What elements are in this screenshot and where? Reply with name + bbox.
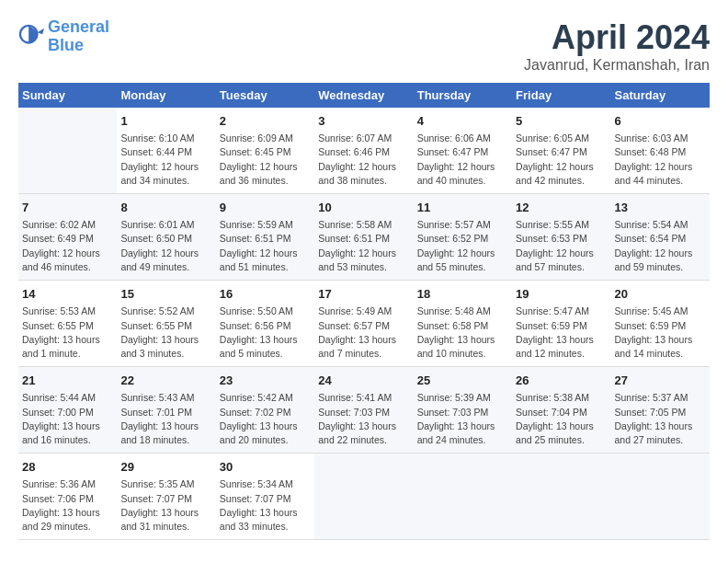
day-info: Sunrise: 5:47 AM Sunset: 6:59 PM Dayligh… xyxy=(516,304,607,361)
calendar-cell: 6Sunrise: 6:03 AM Sunset: 6:48 PM Daylig… xyxy=(611,108,710,194)
calendar-header-row: SundayMondayTuesdayWednesdayThursdayFrid… xyxy=(18,83,710,108)
calendar-cell: 2Sunrise: 6:09 AM Sunset: 6:45 PM Daylig… xyxy=(216,108,314,194)
calendar-cell: 16Sunrise: 5:50 AM Sunset: 6:56 PM Dayli… xyxy=(216,281,314,367)
day-info: Sunrise: 5:41 AM Sunset: 7:03 PM Dayligh… xyxy=(318,391,409,447)
day-info: Sunrise: 6:07 AM Sunset: 6:46 PM Dayligh… xyxy=(318,132,409,188)
calendar-cell: 1Sunrise: 6:10 AM Sunset: 6:44 PM Daylig… xyxy=(117,108,215,194)
day-info: Sunrise: 5:55 AM Sunset: 6:53 PM Dayligh… xyxy=(516,218,607,274)
day-info: Sunrise: 5:58 AM Sunset: 6:51 PM Dayligh… xyxy=(318,218,409,274)
logo-text: General Blue xyxy=(48,18,109,55)
calendar-cell: 11Sunrise: 5:57 AM Sunset: 6:52 PM Dayli… xyxy=(414,194,512,281)
calendar-cell: 27Sunrise: 5:37 AM Sunset: 7:05 PM Dayli… xyxy=(611,367,710,454)
header-cell-sunday: Sunday xyxy=(18,83,117,108)
header-cell-thursday: Thursday xyxy=(414,83,512,108)
day-number: 7 xyxy=(22,200,113,216)
day-info: Sunrise: 5:45 AM Sunset: 6:59 PM Dayligh… xyxy=(615,304,706,361)
day-number: 14 xyxy=(22,286,113,303)
day-number: 28 xyxy=(22,459,113,476)
logo-icon xyxy=(18,24,44,50)
day-number: 25 xyxy=(417,373,508,389)
calendar-week-row: 14Sunrise: 5:53 AM Sunset: 6:55 PM Dayli… xyxy=(18,281,710,367)
calendar-cell: 29Sunrise: 5:35 AM Sunset: 7:07 PM Dayli… xyxy=(117,454,215,540)
day-number: 27 xyxy=(615,373,706,389)
day-info: Sunrise: 6:05 AM Sunset: 6:47 PM Dayligh… xyxy=(516,132,607,188)
logo-line1: General xyxy=(48,17,109,36)
day-number: 21 xyxy=(22,373,113,389)
calendar-table: SundayMondayTuesdayWednesdayThursdayFrid… xyxy=(18,83,710,540)
day-info: Sunrise: 5:53 AM Sunset: 6:55 PM Dayligh… xyxy=(22,304,113,361)
calendar-cell: 14Sunrise: 5:53 AM Sunset: 6:55 PM Dayli… xyxy=(18,281,117,367)
day-number: 18 xyxy=(417,286,508,303)
calendar-cell: 21Sunrise: 5:44 AM Sunset: 7:00 PM Dayli… xyxy=(18,367,117,454)
day-number: 24 xyxy=(318,373,409,389)
day-number: 3 xyxy=(318,113,409,130)
logo: General Blue xyxy=(18,18,109,55)
month-title: April 2024 xyxy=(524,18,710,57)
calendar-cell: 13Sunrise: 5:54 AM Sunset: 6:54 PM Dayli… xyxy=(611,194,710,281)
calendar-cell xyxy=(414,454,512,540)
day-number: 15 xyxy=(120,286,211,303)
day-info: Sunrise: 5:37 AM Sunset: 7:05 PM Dayligh… xyxy=(615,391,706,447)
day-number: 2 xyxy=(220,113,311,130)
calendar-cell: 18Sunrise: 5:48 AM Sunset: 6:58 PM Dayli… xyxy=(414,281,512,367)
day-info: Sunrise: 5:39 AM Sunset: 7:03 PM Dayligh… xyxy=(417,391,508,447)
day-info: Sunrise: 6:01 AM Sunset: 6:50 PM Dayligh… xyxy=(120,218,211,274)
location: Javanrud, Kermanshah, Iran xyxy=(524,57,710,74)
header-cell-tuesday: Tuesday xyxy=(216,83,314,108)
day-info: Sunrise: 5:34 AM Sunset: 7:07 PM Dayligh… xyxy=(220,477,311,534)
calendar-cell: 9Sunrise: 5:59 AM Sunset: 6:51 PM Daylig… xyxy=(216,194,314,281)
day-number: 8 xyxy=(120,200,211,216)
day-number: 16 xyxy=(220,286,311,303)
calendar-cell: 7Sunrise: 6:02 AM Sunset: 6:49 PM Daylig… xyxy=(18,194,117,281)
day-info: Sunrise: 5:35 AM Sunset: 7:07 PM Dayligh… xyxy=(120,477,211,534)
day-info: Sunrise: 5:48 AM Sunset: 6:58 PM Dayligh… xyxy=(417,304,508,361)
day-info: Sunrise: 5:44 AM Sunset: 7:00 PM Dayligh… xyxy=(22,391,113,447)
day-info: Sunrise: 5:50 AM Sunset: 6:56 PM Dayligh… xyxy=(220,304,311,361)
day-number: 4 xyxy=(417,113,508,130)
day-info: Sunrise: 5:43 AM Sunset: 7:01 PM Dayligh… xyxy=(120,391,211,447)
day-number: 20 xyxy=(615,286,706,303)
day-number: 9 xyxy=(220,200,311,216)
day-info: Sunrise: 6:10 AM Sunset: 6:44 PM Dayligh… xyxy=(120,132,211,188)
calendar-cell xyxy=(314,454,413,540)
calendar-week-row: 7Sunrise: 6:02 AM Sunset: 6:49 PM Daylig… xyxy=(18,194,710,281)
day-info: Sunrise: 5:49 AM Sunset: 6:57 PM Dayligh… xyxy=(318,304,409,361)
calendar-cell: 26Sunrise: 5:38 AM Sunset: 7:04 PM Dayli… xyxy=(512,367,610,454)
calendar-cell: 20Sunrise: 5:45 AM Sunset: 6:59 PM Dayli… xyxy=(611,281,710,367)
day-number: 13 xyxy=(615,200,706,216)
calendar-cell: 12Sunrise: 5:55 AM Sunset: 6:53 PM Dayli… xyxy=(512,194,610,281)
day-number: 23 xyxy=(220,373,311,389)
calendar-cell: 10Sunrise: 5:58 AM Sunset: 6:51 PM Dayli… xyxy=(314,194,413,281)
calendar-cell: 25Sunrise: 5:39 AM Sunset: 7:03 PM Dayli… xyxy=(414,367,512,454)
calendar-cell: 19Sunrise: 5:47 AM Sunset: 6:59 PM Dayli… xyxy=(512,281,610,367)
day-info: Sunrise: 5:38 AM Sunset: 7:04 PM Dayligh… xyxy=(516,391,607,447)
day-number: 6 xyxy=(615,113,706,130)
calendar-cell: 17Sunrise: 5:49 AM Sunset: 6:57 PM Dayli… xyxy=(314,281,413,367)
calendar-cell xyxy=(18,108,117,194)
day-info: Sunrise: 6:09 AM Sunset: 6:45 PM Dayligh… xyxy=(220,132,311,188)
header-cell-friday: Friday xyxy=(512,83,610,108)
day-number: 29 xyxy=(120,459,211,476)
calendar-cell: 15Sunrise: 5:52 AM Sunset: 6:55 PM Dayli… xyxy=(117,281,215,367)
day-number: 30 xyxy=(220,459,311,476)
day-info: Sunrise: 6:06 AM Sunset: 6:47 PM Dayligh… xyxy=(417,132,508,188)
calendar-week-row: 28Sunrise: 5:36 AM Sunset: 7:06 PM Dayli… xyxy=(18,454,710,540)
day-number: 5 xyxy=(516,113,607,130)
day-number: 10 xyxy=(318,200,409,216)
day-info: Sunrise: 5:42 AM Sunset: 7:02 PM Dayligh… xyxy=(220,391,311,447)
day-info: Sunrise: 6:02 AM Sunset: 6:49 PM Dayligh… xyxy=(22,218,113,274)
day-info: Sunrise: 5:57 AM Sunset: 6:52 PM Dayligh… xyxy=(417,218,508,274)
header-cell-monday: Monday xyxy=(117,83,215,108)
calendar-week-row: 1Sunrise: 6:10 AM Sunset: 6:44 PM Daylig… xyxy=(18,108,710,194)
day-info: Sunrise: 5:54 AM Sunset: 6:54 PM Dayligh… xyxy=(615,218,706,274)
day-info: Sunrise: 6:03 AM Sunset: 6:48 PM Dayligh… xyxy=(615,132,706,188)
calendar-cell xyxy=(611,454,710,540)
header-cell-saturday: Saturday xyxy=(611,83,710,108)
logo-line2: Blue xyxy=(48,36,84,54)
calendar-cell: 8Sunrise: 6:01 AM Sunset: 6:50 PM Daylig… xyxy=(117,194,215,281)
day-number: 1 xyxy=(120,113,211,130)
day-number: 12 xyxy=(516,200,607,216)
calendar-cell: 24Sunrise: 5:41 AM Sunset: 7:03 PM Dayli… xyxy=(314,367,413,454)
day-info: Sunrise: 5:36 AM Sunset: 7:06 PM Dayligh… xyxy=(22,477,113,534)
calendar-cell: 22Sunrise: 5:43 AM Sunset: 7:01 PM Dayli… xyxy=(117,367,215,454)
